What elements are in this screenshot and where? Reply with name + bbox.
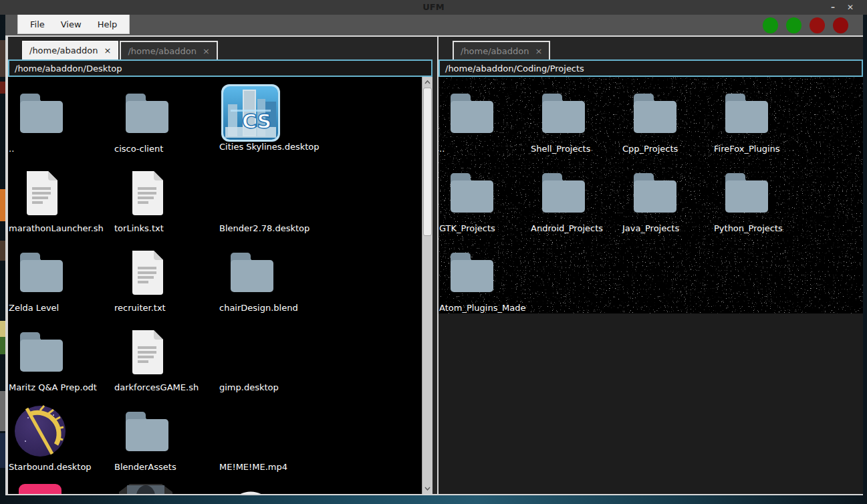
folder-item[interactable]: GTK_Projects bbox=[439, 166, 540, 233]
tab-label: /home/abaddon bbox=[128, 46, 197, 56]
scrollbar-thumb[interactable] bbox=[423, 88, 432, 236]
item-label: .. bbox=[8, 144, 110, 154]
indicator-green-1[interactable] bbox=[763, 17, 778, 33]
file-icon bbox=[119, 325, 172, 378]
file-item[interactable]: CS Cities Skylines.desktop bbox=[219, 86, 320, 152]
folder-icon bbox=[119, 86, 172, 140]
item-label: BlenderAssets bbox=[114, 462, 215, 472]
folder-item[interactable]: .. bbox=[8, 86, 110, 154]
indicator-red-1[interactable] bbox=[810, 17, 825, 33]
menu-item-help[interactable]: Help bbox=[90, 19, 126, 29]
menu-bar: File View Help bbox=[17, 15, 130, 34]
left-file-list: .. cisco-client CS Cities Skylines.deskt… bbox=[8, 77, 432, 494]
item-label: torLinks.txt bbox=[114, 223, 215, 233]
svg-text:CS: CS bbox=[242, 110, 271, 133]
item-label: Blender2.78.desktop bbox=[219, 223, 320, 233]
item-label: Starbound.desktop bbox=[8, 462, 110, 472]
item-label: chairDesign.blend bbox=[219, 303, 320, 313]
indicator-red-2[interactable] bbox=[833, 17, 848, 33]
folder-item[interactable]: Cpp_Projects bbox=[622, 86, 723, 154]
tab-label: /home/abaddon bbox=[461, 46, 529, 56]
item-label: Java_Projects bbox=[622, 223, 723, 233]
menu-item-view[interactable]: View bbox=[53, 19, 90, 29]
folder-icon bbox=[535, 166, 589, 219]
file-item[interactable]: gimp.desktop bbox=[219, 325, 320, 392]
status-indicators bbox=[763, 17, 848, 34]
file-item[interactable]: torLinks.txt bbox=[114, 166, 215, 233]
file-item[interactable] bbox=[8, 484, 110, 494]
starbound-icon bbox=[13, 404, 67, 458]
item-label: Python_Projects bbox=[713, 223, 815, 233]
left-pane: /home/abaddon × /home/abaddon × /home/ab… bbox=[7, 37, 432, 494]
folder-icon bbox=[13, 325, 67, 378]
indicator-green-2[interactable] bbox=[786, 17, 801, 33]
file-item[interactable]: marathonLauncher.sh bbox=[8, 166, 110, 233]
folder-item[interactable]: Python_Projects bbox=[713, 166, 815, 233]
folder-item[interactable]: Java_Projects bbox=[622, 166, 723, 233]
left-path-bar[interactable]: /home/abaddon/Desktop bbox=[8, 59, 432, 77]
right-path-bar[interactable]: /home/abaddon/Coding/Projects bbox=[439, 59, 863, 77]
left-scrollbar[interactable] bbox=[422, 77, 432, 494]
file-item[interactable]: recruiter.txt bbox=[114, 245, 215, 313]
menu-item-file[interactable]: File bbox=[22, 19, 53, 29]
right-tab-strip: /home/abaddon × bbox=[439, 37, 863, 59]
close-button[interactable]: ✕ bbox=[844, 1, 856, 13]
folder-item[interactable]: FireFox_Plugins bbox=[713, 86, 815, 154]
dark-poster-icon bbox=[119, 484, 172, 494]
item-label: Android_Projects bbox=[530, 223, 632, 233]
item-label: Atom_Plugins_Made bbox=[439, 303, 540, 313]
folder-item[interactable]: .. bbox=[439, 86, 540, 154]
folder-item[interactable]: Maritz Q&A Prep.odt bbox=[8, 325, 110, 392]
file-item[interactable]: Blender2.78.desktop bbox=[219, 166, 320, 233]
item-label: Maritz Q&A Prep.odt bbox=[8, 382, 110, 392]
scroll-up-icon[interactable] bbox=[422, 78, 432, 87]
right-tab-1[interactable]: /home/abaddon × bbox=[453, 41, 550, 59]
folder-item[interactable]: BlenderAssets bbox=[114, 404, 215, 472]
left-tab-2[interactable]: /home/abaddon × bbox=[120, 41, 217, 59]
right-icon-grid: .. Shell_Projects Cpp_Projects FireFox_P… bbox=[439, 77, 863, 494]
file-item[interactable]: ME!ME!ME.mp4 bbox=[219, 404, 320, 472]
folder-item[interactable]: chairDesign.blend bbox=[219, 245, 320, 313]
minimize-button[interactable]: – bbox=[827, 1, 839, 13]
file-icon bbox=[119, 245, 172, 299]
file-item[interactable] bbox=[114, 484, 215, 494]
item-label: gimp.desktop bbox=[219, 382, 320, 392]
file-icon bbox=[13, 166, 67, 219]
item-label: darkforcesGAME.sh bbox=[114, 382, 215, 392]
folder-icon bbox=[719, 86, 772, 140]
item-label: ME!ME!ME.mp4 bbox=[219, 462, 320, 472]
folder-icon bbox=[119, 404, 172, 458]
right-pane: /home/abaddon × /home/abaddon/Coding/Pro… bbox=[437, 37, 863, 494]
tab-close-icon[interactable]: × bbox=[104, 45, 112, 55]
pink-card-icon bbox=[13, 484, 67, 494]
item-label: Shell_Projects bbox=[530, 144, 632, 154]
left-tab-1[interactable]: /home/abaddon × bbox=[22, 41, 118, 59]
cities-skylines-icon: CS bbox=[224, 84, 277, 138]
folder-icon bbox=[535, 86, 589, 140]
folder-icon bbox=[627, 86, 680, 140]
file-item[interactable] bbox=[219, 484, 320, 494]
file-icon bbox=[119, 166, 172, 219]
folder-item[interactable]: Atom_Plugins_Made bbox=[439, 245, 540, 313]
scroll-down-icon[interactable] bbox=[422, 484, 432, 493]
folder-icon bbox=[444, 245, 497, 299]
item-label: GTK_Projects bbox=[439, 223, 540, 233]
tab-close-icon[interactable]: × bbox=[203, 46, 210, 56]
folder-item[interactable]: Shell_Projects bbox=[530, 86, 632, 154]
file-item[interactable]: darkforcesGAME.sh bbox=[114, 325, 215, 392]
menu-band: File View Help bbox=[5, 15, 863, 35]
folder-item[interactable]: Zelda Level bbox=[8, 245, 110, 313]
white-wheel-icon bbox=[224, 484, 277, 494]
item-label: recruiter.txt bbox=[114, 303, 215, 313]
item-label: marathonLauncher.sh bbox=[8, 223, 110, 233]
tab-close-icon[interactable]: × bbox=[535, 46, 543, 56]
folder-icon bbox=[444, 166, 497, 219]
file-item[interactable]: Starbound.desktop bbox=[8, 404, 110, 472]
folder-icon bbox=[627, 166, 680, 219]
folder-icon bbox=[13, 86, 67, 140]
item-label: cisco-client bbox=[114, 144, 215, 154]
folder-icon bbox=[444, 86, 497, 140]
item-label: Zelda Level bbox=[8, 303, 110, 313]
folder-item[interactable]: cisco-client bbox=[114, 86, 215, 154]
folder-item[interactable]: Android_Projects bbox=[530, 166, 632, 233]
